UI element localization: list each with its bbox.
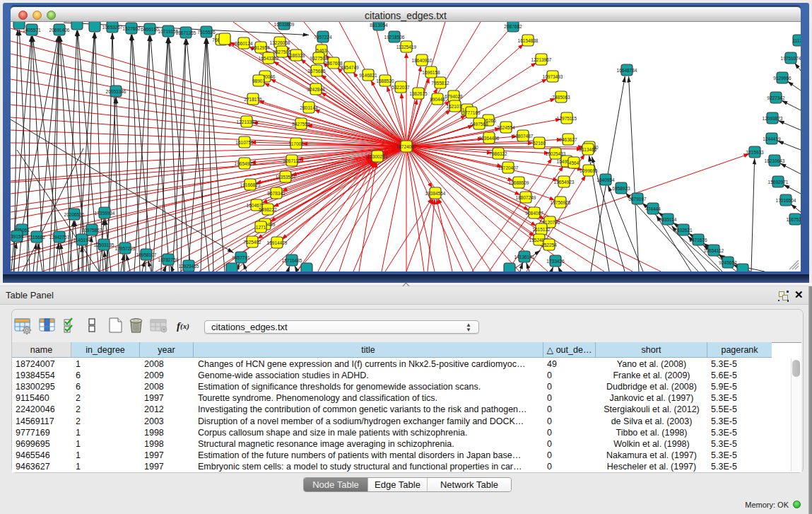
- svg-text:2803144: 2803144: [300, 105, 318, 110]
- svg-text:16914479: 16914479: [267, 240, 288, 245]
- svg-text:8113460: 8113460: [579, 147, 597, 152]
- svg-text:8427552: 8427552: [292, 122, 310, 127]
- svg-text:12942757: 12942757: [49, 235, 70, 240]
- svg-text:16154838: 16154838: [518, 38, 539, 43]
- svg-text:3675685: 3675685: [307, 69, 326, 74]
- svg-text:1696158: 1696158: [422, 70, 440, 75]
- svg-text:14136141: 14136141: [514, 255, 535, 259]
- svg-text:1271: 1271: [256, 225, 266, 230]
- svg-text:1588520: 1588520: [376, 78, 394, 83]
- svg-text:7955812: 7955812: [431, 81, 449, 86]
- svg-text:2087682: 2087682: [504, 24, 522, 29]
- svg-text:12213967: 12213967: [531, 57, 552, 62]
- svg-text:1405571: 1405571: [23, 28, 41, 33]
- svg-text:9084067: 9084067: [525, 211, 543, 216]
- svg-text:19756928: 19756928: [551, 200, 571, 205]
- svg-text:6958923: 6958923: [612, 186, 630, 191]
- svg-text:10688609: 10688609: [509, 180, 529, 185]
- svg-text:16033809: 16033809: [274, 22, 295, 27]
- svg-text:(x): (x): [180, 322, 189, 331]
- svg-text:1640954: 1640954: [596, 177, 615, 182]
- svg-text:16648784: 16648784: [617, 68, 637, 73]
- svg-text:8471676: 8471676: [689, 238, 707, 243]
- svg-text:16671355: 16671355: [176, 30, 196, 35]
- svg-text:17016504: 17016504: [776, 198, 796, 203]
- svg-text:15692971: 15692971: [768, 180, 789, 185]
- svg-text:2718176: 2718176: [244, 97, 262, 102]
- svg-text:12975115: 12975115: [557, 116, 577, 121]
- svg-text:9227342: 9227342: [767, 95, 785, 100]
- svg-text:6794028: 6794028: [445, 94, 463, 99]
- svg-text:8454749: 8454749: [341, 65, 359, 70]
- svg-text:19654923: 19654923: [235, 161, 255, 166]
- svg-text:16210643: 16210643: [765, 158, 785, 163]
- svg-text:1733426: 1733426: [546, 259, 565, 264]
- svg-text:474444: 474444: [645, 206, 661, 211]
- svg-text:7632621: 7632621: [674, 228, 693, 233]
- svg-text:8186328: 8186328: [287, 53, 305, 58]
- svg-text:2867608: 2867608: [324, 61, 343, 66]
- svg-text:39159: 39159: [11, 234, 23, 239]
- svg-text:12213383: 12213383: [237, 119, 257, 124]
- svg-text:6466160: 6466160: [141, 27, 159, 32]
- svg-text:16782759: 16782759: [158, 257, 179, 262]
- svg-text:1145194: 1145194: [73, 238, 91, 243]
- svg-text:7485063: 7485063: [552, 95, 570, 100]
- svg-text:19166825: 19166825: [240, 182, 261, 187]
- svg-text:6497568: 6497568: [470, 122, 488, 127]
- svg-text:8678342: 8678342: [267, 191, 286, 196]
- svg-text:4564: 4564: [569, 160, 579, 165]
- svg-text:9146821: 9146821: [359, 73, 377, 78]
- svg-text:7357224: 7357224: [314, 35, 332, 40]
- svg-text:6879197: 6879197: [628, 197, 647, 201]
- svg-text:16543382: 16543382: [259, 56, 279, 61]
- svg-text:20053346: 20053346: [106, 89, 126, 94]
- svg-text:25300293: 25300293: [367, 154, 388, 159]
- svg-text:3624554: 3624554: [497, 125, 515, 130]
- svg-text:19654923: 19654923: [554, 180, 575, 185]
- svg-text:990448: 990448: [430, 97, 445, 102]
- svg-text:98901: 98901: [252, 78, 265, 83]
- svg-text:1610755: 1610755: [235, 140, 254, 145]
- svg-text:1615132: 1615132: [532, 227, 551, 232]
- svg-text:17359934: 17359934: [95, 211, 115, 216]
- svg-text:7986322: 7986322: [489, 151, 507, 156]
- svg-text:5322037: 5322037: [392, 85, 410, 90]
- svg-text:18640910: 18640910: [412, 58, 433, 63]
- svg-text:11353594: 11353594: [276, 175, 296, 180]
- svg-text:20691406: 20691406: [49, 28, 70, 33]
- svg-text:11170: 11170: [792, 38, 801, 43]
- svg-text:7625402: 7625402: [243, 240, 261, 245]
- svg-text:15716485: 15716485: [282, 258, 302, 263]
- svg-text:7515526: 7515526: [197, 30, 216, 35]
- svg-text:10807487: 10807487: [513, 134, 534, 139]
- svg-text:11325419: 11325419: [396, 45, 417, 49]
- svg-text:18724007: 18724007: [396, 144, 417, 149]
- svg-text:20975867: 20975867: [82, 228, 102, 233]
- svg-text:9129966: 9129966: [773, 76, 792, 81]
- svg-text:317006: 317006: [288, 141, 304, 146]
- svg-text:3215933: 3215933: [746, 150, 764, 155]
- svg-text:10973493: 10973493: [543, 74, 563, 79]
- svg-text:252254: 252254: [541, 243, 557, 247]
- svg-text:12923465: 12923465: [179, 264, 199, 269]
- svg-text:9327508: 9327508: [310, 56, 328, 61]
- svg-text:9242848: 9242848: [307, 87, 325, 92]
- svg-text:12503135: 12503135: [94, 243, 114, 247]
- svg-text:18807249: 18807249: [516, 195, 536, 200]
- svg-text:3267110: 3267110: [283, 158, 301, 163]
- svg-text:1527602: 1527602: [122, 26, 141, 31]
- svg-text:15720407: 15720407: [498, 165, 519, 170]
- svg-text:13226058: 13226058: [270, 40, 290, 45]
- svg-text:1244419: 1244419: [763, 136, 781, 141]
- svg-text:10958107: 10958107: [136, 252, 157, 257]
- svg-text:17957223: 17957223: [115, 246, 136, 251]
- svg-text:8660124: 8660124: [235, 41, 253, 46]
- svg-text:2935114: 2935114: [659, 217, 677, 222]
- svg-text:12093873: 12093873: [763, 116, 783, 121]
- svg-text:9777169: 9777169: [462, 110, 481, 115]
- svg-text:62160: 62160: [533, 141, 546, 146]
- svg-text:8912954: 8912954: [252, 45, 270, 50]
- svg-text:20364436: 20364436: [479, 136, 500, 141]
- svg-text:1362615: 1362615: [409, 91, 428, 96]
